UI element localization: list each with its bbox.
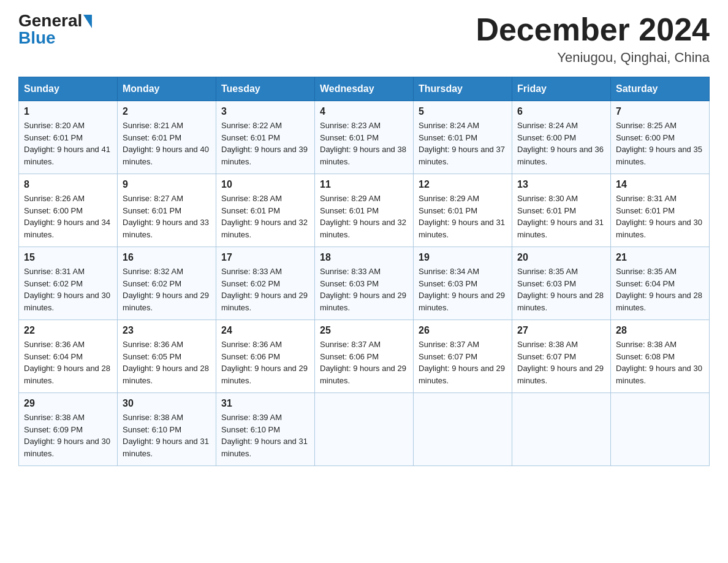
calendar-day-cell: 28 Sunrise: 8:38 AMSunset: 6:08 PMDaylig… bbox=[611, 320, 710, 393]
calendar-day-cell: 6 Sunrise: 8:24 AMSunset: 6:00 PMDayligh… bbox=[512, 101, 611, 174]
day-number: 16 bbox=[123, 252, 211, 263]
calendar-day-cell: 21 Sunrise: 8:35 AMSunset: 6:04 PMDaylig… bbox=[611, 247, 710, 320]
day-number: 19 bbox=[419, 252, 507, 263]
logo-blue-text: Blue bbox=[18, 29, 56, 47]
day-info: Sunrise: 8:33 AMSunset: 6:02 PMDaylight:… bbox=[221, 267, 308, 312]
calendar-day-cell bbox=[512, 393, 611, 466]
day-info: Sunrise: 8:25 AMSunset: 6:00 PMDaylight:… bbox=[616, 121, 702, 166]
day-info: Sunrise: 8:31 AMSunset: 6:01 PMDaylight:… bbox=[616, 194, 702, 239]
day-info: Sunrise: 8:35 AMSunset: 6:03 PMDaylight:… bbox=[517, 267, 604, 312]
days-of-week-row: SundayMondayTuesdayWednesdayThursdayFrid… bbox=[19, 77, 710, 101]
day-info: Sunrise: 8:26 AMSunset: 6:00 PMDaylight:… bbox=[24, 194, 110, 239]
day-number: 5 bbox=[419, 106, 507, 117]
logo-general-text: General bbox=[18, 12, 82, 29]
day-number: 3 bbox=[221, 106, 309, 117]
day-of-week-header: Sunday bbox=[19, 77, 118, 101]
calendar-day-cell: 7 Sunrise: 8:25 AMSunset: 6:00 PMDayligh… bbox=[611, 101, 710, 174]
day-number: 15 bbox=[24, 252, 112, 263]
day-number: 1 bbox=[24, 106, 112, 117]
calendar-week-row: 29 Sunrise: 8:38 AMSunset: 6:09 PMDaylig… bbox=[19, 393, 710, 466]
day-number: 25 bbox=[320, 325, 408, 336]
day-number: 7 bbox=[616, 106, 704, 117]
calendar-day-cell: 14 Sunrise: 8:31 AMSunset: 6:01 PMDaylig… bbox=[611, 174, 710, 247]
calendar-day-cell: 18 Sunrise: 8:33 AMSunset: 6:03 PMDaylig… bbox=[315, 247, 414, 320]
day-info: Sunrise: 8:38 AMSunset: 6:10 PMDaylight:… bbox=[123, 413, 209, 458]
day-info: Sunrise: 8:38 AMSunset: 6:08 PMDaylight:… bbox=[616, 340, 702, 385]
day-number: 2 bbox=[123, 106, 211, 117]
day-info: Sunrise: 8:24 AMSunset: 6:00 PMDaylight:… bbox=[517, 121, 604, 166]
day-info: Sunrise: 8:38 AMSunset: 6:07 PMDaylight:… bbox=[517, 340, 604, 385]
day-info: Sunrise: 8:24 AMSunset: 6:01 PMDaylight:… bbox=[419, 121, 505, 166]
calendar-day-cell: 26 Sunrise: 8:37 AMSunset: 6:07 PMDaylig… bbox=[414, 320, 512, 393]
day-info: Sunrise: 8:20 AMSunset: 6:01 PMDaylight:… bbox=[24, 121, 110, 166]
day-info: Sunrise: 8:23 AMSunset: 6:01 PMDaylight:… bbox=[320, 121, 406, 166]
day-of-week-header: Tuesday bbox=[216, 77, 315, 101]
calendar-day-cell: 5 Sunrise: 8:24 AMSunset: 6:01 PMDayligh… bbox=[414, 101, 512, 174]
day-number: 20 bbox=[517, 252, 605, 263]
day-info: Sunrise: 8:37 AMSunset: 6:07 PMDaylight:… bbox=[419, 340, 505, 385]
day-info: Sunrise: 8:38 AMSunset: 6:09 PMDaylight:… bbox=[24, 413, 110, 458]
day-number: 26 bbox=[419, 325, 507, 336]
month-title: December 2024 bbox=[476, 12, 710, 47]
day-number: 9 bbox=[123, 179, 211, 190]
calendar-day-cell bbox=[414, 393, 512, 466]
day-number: 17 bbox=[221, 252, 309, 263]
day-of-week-header: Friday bbox=[512, 77, 611, 101]
calendar-day-cell: 16 Sunrise: 8:32 AMSunset: 6:02 PMDaylig… bbox=[118, 247, 216, 320]
calendar-day-cell: 9 Sunrise: 8:27 AMSunset: 6:01 PMDayligh… bbox=[118, 174, 216, 247]
calendar-day-cell: 17 Sunrise: 8:33 AMSunset: 6:02 PMDaylig… bbox=[216, 247, 315, 320]
day-of-week-header: Wednesday bbox=[315, 77, 414, 101]
day-number: 28 bbox=[616, 325, 704, 336]
day-of-week-header: Thursday bbox=[414, 77, 512, 101]
calendar-day-cell: 11 Sunrise: 8:29 AMSunset: 6:01 PMDaylig… bbox=[315, 174, 414, 247]
calendar-day-cell: 30 Sunrise: 8:38 AMSunset: 6:10 PMDaylig… bbox=[118, 393, 216, 466]
calendar-day-cell: 31 Sunrise: 8:39 AMSunset: 6:10 PMDaylig… bbox=[216, 393, 315, 466]
day-info: Sunrise: 8:21 AMSunset: 6:01 PMDaylight:… bbox=[123, 121, 209, 166]
day-number: 11 bbox=[320, 179, 408, 190]
day-number: 6 bbox=[517, 106, 605, 117]
calendar-day-cell: 20 Sunrise: 8:35 AMSunset: 6:03 PMDaylig… bbox=[512, 247, 611, 320]
calendar-day-cell: 2 Sunrise: 8:21 AMSunset: 6:01 PMDayligh… bbox=[118, 101, 216, 174]
calendar-table: SundayMondayTuesdayWednesdayThursdayFrid… bbox=[18, 77, 710, 466]
title-area: December 2024 Yeniugou, Qinghai, China bbox=[476, 12, 710, 66]
day-number: 14 bbox=[616, 179, 704, 190]
day-info: Sunrise: 8:36 AMSunset: 6:05 PMDaylight:… bbox=[123, 340, 209, 385]
calendar-day-cell: 25 Sunrise: 8:37 AMSunset: 6:06 PMDaylig… bbox=[315, 320, 414, 393]
calendar-day-cell: 10 Sunrise: 8:28 AMSunset: 6:01 PMDaylig… bbox=[216, 174, 315, 247]
day-number: 10 bbox=[221, 179, 309, 190]
day-info: Sunrise: 8:29 AMSunset: 6:01 PMDaylight:… bbox=[320, 194, 406, 239]
day-info: Sunrise: 8:30 AMSunset: 6:01 PMDaylight:… bbox=[517, 194, 604, 239]
calendar-body: 1 Sunrise: 8:20 AMSunset: 6:01 PMDayligh… bbox=[19, 101, 710, 466]
day-number: 23 bbox=[123, 325, 211, 336]
calendar-day-cell: 24 Sunrise: 8:36 AMSunset: 6:06 PMDaylig… bbox=[216, 320, 315, 393]
day-number: 8 bbox=[24, 179, 112, 190]
calendar-day-cell: 27 Sunrise: 8:38 AMSunset: 6:07 PMDaylig… bbox=[512, 320, 611, 393]
day-info: Sunrise: 8:36 AMSunset: 6:04 PMDaylight:… bbox=[24, 340, 110, 385]
calendar-day-cell: 29 Sunrise: 8:38 AMSunset: 6:09 PMDaylig… bbox=[19, 393, 118, 466]
calendar-day-cell: 12 Sunrise: 8:29 AMSunset: 6:01 PMDaylig… bbox=[414, 174, 512, 247]
day-number: 12 bbox=[419, 179, 507, 190]
calendar-day-cell: 23 Sunrise: 8:36 AMSunset: 6:05 PMDaylig… bbox=[118, 320, 216, 393]
calendar-day-cell bbox=[315, 393, 414, 466]
location-title: Yeniugou, Qinghai, China bbox=[476, 50, 710, 66]
day-number: 27 bbox=[517, 325, 605, 336]
day-number: 24 bbox=[221, 325, 309, 336]
day-info: Sunrise: 8:29 AMSunset: 6:01 PMDaylight:… bbox=[419, 194, 505, 239]
calendar-day-cell: 8 Sunrise: 8:26 AMSunset: 6:00 PMDayligh… bbox=[19, 174, 118, 247]
day-number: 22 bbox=[24, 325, 112, 336]
calendar-header: SundayMondayTuesdayWednesdayThursdayFrid… bbox=[19, 77, 710, 101]
calendar-week-row: 8 Sunrise: 8:26 AMSunset: 6:00 PMDayligh… bbox=[19, 174, 710, 247]
calendar-week-row: 15 Sunrise: 8:31 AMSunset: 6:02 PMDaylig… bbox=[19, 247, 710, 320]
day-info: Sunrise: 8:37 AMSunset: 6:06 PMDaylight:… bbox=[320, 340, 406, 385]
calendar-day-cell: 13 Sunrise: 8:30 AMSunset: 6:01 PMDaylig… bbox=[512, 174, 611, 247]
day-number: 29 bbox=[24, 398, 112, 409]
day-info: Sunrise: 8:39 AMSunset: 6:10 PMDaylight:… bbox=[221, 413, 308, 458]
day-info: Sunrise: 8:31 AMSunset: 6:02 PMDaylight:… bbox=[24, 267, 110, 312]
page-header: General Blue December 2024 Yeniugou, Qin… bbox=[18, 12, 710, 66]
calendar-week-row: 1 Sunrise: 8:20 AMSunset: 6:01 PMDayligh… bbox=[19, 101, 710, 174]
calendar-day-cell: 19 Sunrise: 8:34 AMSunset: 6:03 PMDaylig… bbox=[414, 247, 512, 320]
day-info: Sunrise: 8:34 AMSunset: 6:03 PMDaylight:… bbox=[419, 267, 505, 312]
logo: General Blue bbox=[18, 12, 92, 47]
calendar-day-cell: 15 Sunrise: 8:31 AMSunset: 6:02 PMDaylig… bbox=[19, 247, 118, 320]
day-of-week-header: Saturday bbox=[611, 77, 710, 101]
